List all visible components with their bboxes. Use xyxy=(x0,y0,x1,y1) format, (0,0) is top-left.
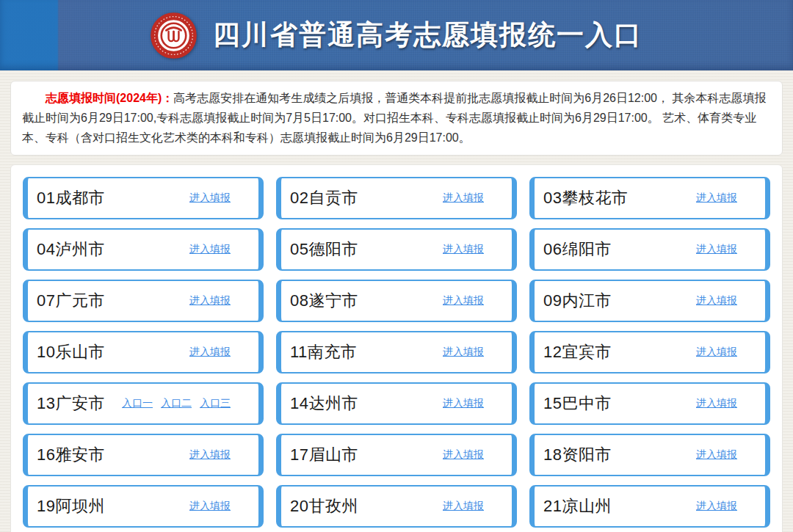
city-card: 11南充市进入填报 xyxy=(276,331,517,374)
city-card: 16雅安市进入填报 xyxy=(23,434,264,476)
enter-link[interactable]: 进入填报 xyxy=(189,243,231,256)
enter-link[interactable]: 进入填报 xyxy=(443,500,484,513)
city-card: 12宜宾市进入填报 xyxy=(529,331,770,374)
city-name: 17眉山市 xyxy=(290,444,358,466)
city-links: 进入填报 xyxy=(443,397,484,410)
enter-link[interactable]: 入口二 xyxy=(161,397,192,410)
city-card: 02自贡市进入填报 xyxy=(276,177,517,219)
city-card: 07广元市进入填报 xyxy=(23,280,264,322)
notice-box: 志愿填报时间(2024年)：高考志愿安排在通知考生成绩之后填报，普通类本科提前批… xyxy=(10,81,783,156)
city-links: 进入填报 xyxy=(443,346,484,359)
city-name: 09内江市 xyxy=(543,290,612,312)
city-card: 17眉山市进入填报 xyxy=(276,434,517,476)
enter-link[interactable]: 进入填报 xyxy=(696,397,737,410)
city-name: 16雅安市 xyxy=(37,444,105,466)
sichuan-education-seal-icon xyxy=(151,12,197,59)
city-name: 15巴中市 xyxy=(543,393,612,415)
city-card: 14达州市进入填报 xyxy=(276,382,517,425)
city-name: 04泸州市 xyxy=(37,238,105,260)
enter-link[interactable]: 进入填报 xyxy=(696,346,737,359)
city-links: 进入填报 xyxy=(189,243,231,256)
city-links: 入口一入口二入口三 xyxy=(122,397,231,410)
enter-link[interactable]: 进入填报 xyxy=(189,192,231,205)
city-name: 02自贡市 xyxy=(290,187,358,209)
enter-link[interactable]: 进入填报 xyxy=(443,243,484,256)
city-name: 18资阳市 xyxy=(543,444,612,466)
city-links: 进入填报 xyxy=(189,346,231,359)
city-name: 13广安市 xyxy=(37,393,105,415)
city-card: 18资阳市进入填报 xyxy=(529,434,770,476)
city-links: 进入填报 xyxy=(189,294,231,307)
enter-link[interactable]: 入口三 xyxy=(200,397,231,410)
city-links: 进入填报 xyxy=(696,397,737,410)
city-card: 21凉山州进入填报 xyxy=(529,485,770,528)
enter-link[interactable]: 进入填报 xyxy=(189,294,231,307)
city-links: 进入填报 xyxy=(189,192,231,205)
enter-link[interactable]: 进入填报 xyxy=(696,294,737,307)
city-links: 进入填报 xyxy=(696,448,737,462)
city-card: 15巴中市进入填报 xyxy=(529,382,770,425)
city-name: 14达州市 xyxy=(290,393,358,415)
city-links: 进入填报 xyxy=(189,500,231,513)
city-card: 13广安市入口一入口二入口三 xyxy=(23,382,264,425)
city-card: 04泸州市进入填报 xyxy=(23,228,264,271)
city-links: 进入填报 xyxy=(696,192,737,205)
city-card: 19阿坝州进入填报 xyxy=(23,485,264,528)
city-links: 进入填报 xyxy=(696,346,737,359)
city-card: 06绵阳市进入填报 xyxy=(529,228,770,271)
enter-link[interactable]: 进入填报 xyxy=(696,192,737,205)
city-card: 09内江市进入填报 xyxy=(529,280,770,322)
enter-link[interactable]: 进入填报 xyxy=(189,448,231,462)
enter-link[interactable]: 进入填报 xyxy=(443,346,484,359)
city-links: 进入填报 xyxy=(443,500,484,513)
enter-link[interactable]: 进入填报 xyxy=(443,294,484,307)
page-title: 四川省普通高考志愿填报统一入口 xyxy=(213,17,642,54)
city-card: 01成都市进入填报 xyxy=(23,177,264,219)
notice-label: 志愿填报时间(2024年)： xyxy=(46,92,173,104)
city-card: 20甘孜州进入填报 xyxy=(276,485,517,528)
city-links: 进入填报 xyxy=(696,500,737,513)
city-name: 05德阳市 xyxy=(290,238,358,260)
city-name: 11南充市 xyxy=(290,341,357,363)
city-links: 进入填报 xyxy=(443,192,484,205)
city-panel: 01成都市进入填报02自贡市进入填报03攀枝花市进入填报04泸州市进入填报05德… xyxy=(10,164,783,532)
enter-link[interactable]: 进入填报 xyxy=(189,500,231,513)
enter-link[interactable]: 进入填报 xyxy=(696,500,737,513)
enter-link[interactable]: 进入填报 xyxy=(443,448,484,462)
enter-link[interactable]: 进入填报 xyxy=(696,448,737,462)
city-name: 12宜宾市 xyxy=(543,341,612,363)
enter-link[interactable]: 进入填报 xyxy=(189,346,231,359)
city-name: 08遂宁市 xyxy=(290,290,358,312)
page-header: 四川省普通高考志愿填报统一入口 xyxy=(0,0,793,70)
city-name: 03攀枝花市 xyxy=(543,187,628,209)
city-links: 进入填报 xyxy=(189,448,231,462)
city-name: 01成都市 xyxy=(37,187,105,209)
city-card: 08遂宁市进入填报 xyxy=(276,280,517,322)
enter-link[interactable]: 进入填报 xyxy=(696,243,737,256)
enter-link[interactable]: 进入填报 xyxy=(443,397,484,410)
city-links: 进入填报 xyxy=(696,294,737,307)
city-name: 07广元市 xyxy=(37,290,105,312)
city-links: 进入填报 xyxy=(696,243,737,256)
city-links: 进入填报 xyxy=(443,294,484,307)
city-links: 进入填报 xyxy=(443,243,484,256)
city-card: 10乐山市进入填报 xyxy=(23,331,264,374)
enter-link[interactable]: 进入填报 xyxy=(443,192,484,205)
enter-link[interactable]: 入口一 xyxy=(122,397,153,410)
city-name: 21凉山州 xyxy=(543,495,612,517)
city-name: 10乐山市 xyxy=(37,341,105,363)
city-name: 19阿坝州 xyxy=(37,495,105,517)
city-card: 03攀枝花市进入填报 xyxy=(529,177,770,219)
city-card: 05德阳市进入填报 xyxy=(276,228,517,271)
city-name: 20甘孜州 xyxy=(290,495,358,517)
city-links: 进入填报 xyxy=(443,448,484,462)
city-name: 06绵阳市 xyxy=(543,238,612,260)
city-grid: 01成都市进入填报02自贡市进入填报03攀枝花市进入填报04泸州市进入填报05德… xyxy=(23,177,770,528)
